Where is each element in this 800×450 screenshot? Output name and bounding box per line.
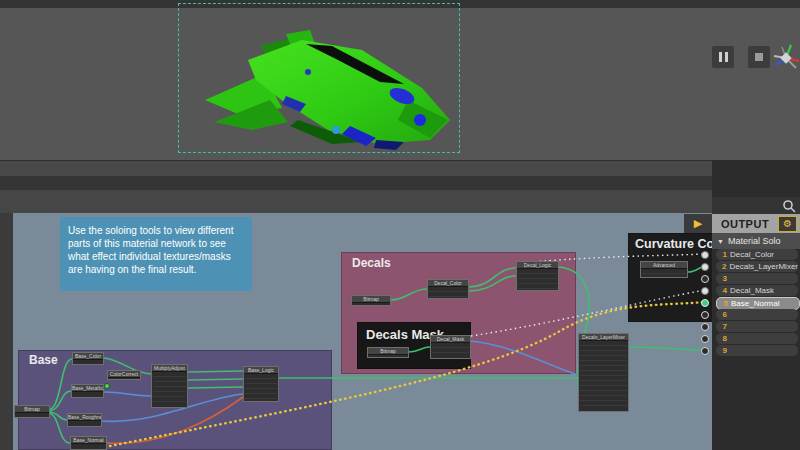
- node-base-logic[interactable]: Base_Logic: [243, 366, 279, 402]
- search-icon[interactable]: [782, 199, 796, 213]
- graph-header-strip: [0, 176, 800, 190]
- play-icon: ▶: [694, 217, 702, 229]
- collapse-icon: ▼: [717, 238, 724, 245]
- output-row-1[interactable]: 1Decal_Color: [716, 249, 798, 260]
- output-connector-6[interactable]: [701, 311, 709, 319]
- stop-icon: [755, 53, 763, 61]
- output-title: OUTPUT: [712, 218, 778, 230]
- node-decal-logic[interactable]: Decal_Logic: [516, 261, 559, 291]
- node-layer-mixer[interactable]: Decals_LayerMixer: [578, 333, 629, 412]
- node-base-input[interactable]: Bitmap: [14, 405, 50, 418]
- output-connector-1[interactable]: [701, 251, 709, 259]
- node-base-colorcorrect[interactable]: ColorCorrect: [107, 370, 141, 380]
- tutorial-note-text: Use the soloing tools to view different …: [68, 225, 233, 275]
- viewport-toolbar: [0, 160, 800, 177]
- pause-button[interactable]: [712, 46, 734, 68]
- output-row-2[interactable]: 2Decals_LayerMixer: [716, 261, 798, 272]
- node-base-normal[interactable]: Base_Normal: [70, 436, 107, 450]
- node-curvature[interactable]: Advanced: [640, 261, 688, 278]
- output-connector-8[interactable]: [701, 335, 709, 343]
- pause-icon: [719, 52, 728, 62]
- output-connector-3[interactable]: [701, 275, 709, 283]
- node-base-color[interactable]: Base_Color: [72, 352, 104, 365]
- output-connector-7[interactable]: [701, 323, 709, 331]
- output-row-9[interactable]: 9: [716, 345, 798, 356]
- node-base-roughness[interactable]: Base_Roughness: [67, 413, 102, 427]
- graph-left-gutter: [0, 213, 13, 450]
- output-header[interactable]: OUTPUT ⚙: [712, 214, 800, 233]
- output-connector-9[interactable]: [701, 347, 709, 355]
- output-connector-5[interactable]: [701, 299, 709, 307]
- output-row-6[interactable]: 6: [716, 309, 798, 320]
- node-decal-mask[interactable]: Decal_Mask: [430, 335, 471, 359]
- material-solo-header[interactable]: ▼ Material Solo: [712, 233, 800, 249]
- node-decal-color[interactable]: Decal_Color: [427, 279, 469, 299]
- node-base-metallic[interactable]: Base_Metallic: [71, 384, 104, 398]
- group-decals-title: Decals: [352, 256, 391, 270]
- group-base-title: Base: [29, 353, 58, 367]
- output-row-7[interactable]: 7: [716, 321, 798, 332]
- node-decals-input[interactable]: Bitmap: [351, 295, 391, 306]
- viewport-selection-marquee: [178, 3, 460, 153]
- node-base-multiply[interactable]: MultiplyAdjust: [151, 364, 188, 408]
- group-curvature-title: Curvature Converter: [635, 237, 714, 251]
- tutorial-note: Use the soloing tools to view different …: [60, 217, 252, 291]
- output-settings-button[interactable]: ⚙: [778, 216, 797, 232]
- output-row-8[interactable]: 8: [716, 333, 798, 344]
- output-connector-4[interactable]: [701, 287, 709, 295]
- output-connector-2[interactable]: [701, 263, 709, 271]
- node-solo-indicator: [104, 383, 110, 389]
- material-solo-label: Material Solo: [728, 236, 781, 246]
- stop-button[interactable]: [748, 46, 770, 68]
- output-row-4[interactable]: 4Decal_Mask: [716, 285, 798, 296]
- graph-toolbar-strip: [0, 190, 800, 213]
- node-mask-input[interactable]: Bitmap: [367, 347, 409, 358]
- gear-icon: ⚙: [783, 218, 792, 229]
- solo-play-button[interactable]: ▶: [684, 214, 712, 233]
- output-row-3[interactable]: 3: [716, 273, 798, 284]
- axis-gizmo[interactable]: [770, 42, 800, 74]
